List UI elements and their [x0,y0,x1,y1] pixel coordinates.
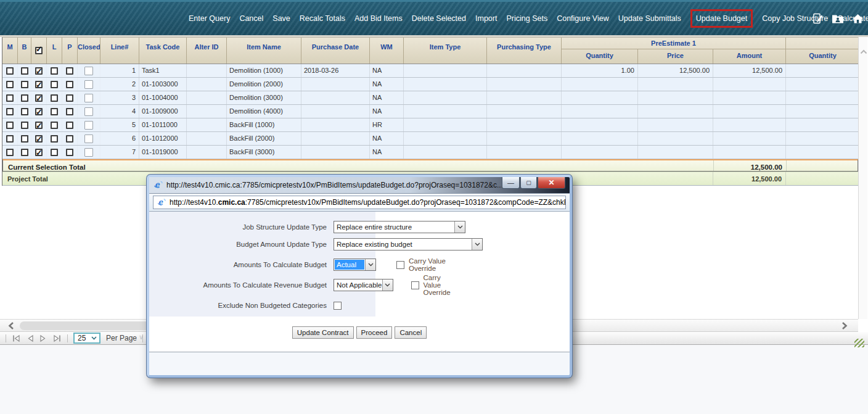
row-checkbox[interactable] [84,94,93,102]
toolbar-item-cancel[interactable]: Cancel [239,14,263,23]
dialog-title-bar[interactable]: e http://test4v10.cmic.ca:7785/cmicprete… [149,177,570,194]
row-checkbox[interactable] [6,108,14,115]
cell-quantity-2[interactable] [786,132,860,145]
cell-purchase-date[interactable]: 2018-03-26 [301,64,370,77]
cell-item-name[interactable]: Demolition (2000) [227,78,301,91]
cell-item-type[interactable] [404,105,487,118]
row-checkbox[interactable] [66,94,73,102]
cell-price[interactable] [638,91,713,104]
cell-wm[interactable]: NA [370,132,404,145]
row-checkbox[interactable] [35,135,43,143]
row-checkbox[interactable] [51,149,58,156]
cell-quantity-2[interactable] [786,146,860,159]
toolbar-item-update-budget[interactable]: Update Budget [690,9,753,28]
cell-alter-id[interactable] [187,118,227,131]
cell-quantity-2[interactable] [786,91,860,104]
row-checkbox[interactable] [51,94,58,102]
row-checkbox[interactable] [51,67,58,75]
cell-alter-id[interactable] [187,105,227,118]
cell-price[interactable] [638,105,713,118]
cell-quantity[interactable] [562,105,638,118]
cell-purchase-date[interactable] [301,146,370,159]
cell-amount[interactable]: 12,500.00 [713,64,786,77]
cell-item-name[interactable]: BackFill (3000) [227,146,301,159]
cell-task-code[interactable]: 01-1012000 [139,132,187,145]
row-checkbox[interactable] [84,148,93,157]
row-checkbox[interactable] [51,122,58,129]
row-checkbox[interactable] [6,81,14,88]
budget-amount-select[interactable]: Replace existing budget [334,238,483,250]
row-checkbox[interactable] [6,149,14,156]
calc-revenue-select[interactable]: Not Applicable [334,279,393,291]
cell-item-type[interactable] [404,64,487,77]
row-checkbox[interactable] [51,81,58,88]
row-checkbox[interactable] [35,108,43,115]
row-checkbox[interactable] [66,81,73,88]
cell-purchasing-type[interactable] [487,64,562,77]
row-checkbox[interactable] [66,67,73,75]
per-page-select[interactable]: 25 [73,333,100,344]
home-icon[interactable] [851,12,864,25]
row-checkbox[interactable] [51,108,58,115]
row-checkbox[interactable] [66,108,73,115]
cell-alter-id[interactable] [187,64,227,77]
row-checkbox[interactable] [6,94,14,102]
cell-alter-id[interactable] [187,146,227,159]
folder-user-icon[interactable] [831,12,845,25]
cell-item-type[interactable] [404,118,487,131]
cell-line[interactable]: 3 [100,91,139,104]
toolbar-item-pricing-sets[interactable]: Pricing Sets [506,14,547,23]
cell-line[interactable]: 6 [100,132,139,145]
cell-amount[interactable] [713,105,786,118]
scroll-left-icon[interactable] [7,321,15,333]
row-checkbox[interactable] [21,94,28,102]
cell-line[interactable]: 5 [100,118,139,131]
cancel-button[interactable]: Cancel [395,326,427,339]
cell-purchase-date[interactable] [301,78,370,91]
cell-purchasing-type[interactable] [487,146,562,159]
cell-item-type[interactable] [404,91,487,104]
cell-quantity[interactable] [562,78,638,91]
scroll-right-icon[interactable] [841,321,848,333]
toolbar-item-configure-view[interactable]: Configure View [557,14,609,23]
next-page-icon[interactable] [39,334,47,342]
cell-purchasing-type[interactable] [487,78,562,91]
toolbar-item-recalc-totals[interactable]: Recalc Totals [300,14,345,23]
row-checkbox[interactable] [84,121,93,130]
cell-task-code[interactable]: 01-1003000 [139,78,187,91]
cell-wm[interactable]: NA [370,78,404,91]
cell-task-code[interactable]: Task1 [139,64,187,77]
cell-line[interactable]: 2 [100,78,139,91]
cell-task-code[interactable]: 01-1004000 [139,91,187,104]
row-checkbox[interactable] [35,67,43,75]
row-checkbox[interactable] [35,81,43,88]
cell-wm[interactable]: NA [370,91,404,104]
cell-line[interactable]: 7 [100,146,139,159]
cell-item-name[interactable]: Demolition (1000) [227,64,301,77]
calc-budget-select[interactable]: Actual [334,259,376,271]
last-page-icon[interactable] [52,334,62,342]
cell-amount[interactable] [713,132,786,145]
row-checkbox[interactable] [21,67,28,75]
cell-price[interactable]: 12,500.00 [638,64,713,77]
cell-amount[interactable] [713,118,786,131]
row-checkbox[interactable] [6,135,14,143]
cell-purchase-date[interactable] [301,132,370,145]
row-checkbox[interactable] [84,80,93,89]
exclude-non-budgeted-checkbox[interactable] [334,302,342,310]
row-checkbox[interactable] [84,67,93,75]
toolbar-item-import[interactable]: Import [475,14,497,23]
cell-alter-id[interactable] [187,91,227,104]
scroll-up-icon[interactable] [860,46,867,57]
cell-quantity-2[interactable] [786,78,860,91]
cell-purchasing-type[interactable] [487,91,562,104]
row-checkbox[interactable] [21,149,28,156]
cell-quantity[interactable]: 1.00 [562,64,638,77]
toolbar-item-delete-selected[interactable]: Delete Selected [412,14,466,23]
first-page-icon[interactable] [12,334,21,342]
cell-purchasing-type[interactable] [487,132,562,145]
cell-task-code[interactable]: 01-1009000 [139,105,187,118]
cell-quantity-2[interactable] [786,105,860,118]
carry-value-override-checkbox-2[interactable] [411,281,419,289]
cell-price[interactable] [638,78,713,91]
